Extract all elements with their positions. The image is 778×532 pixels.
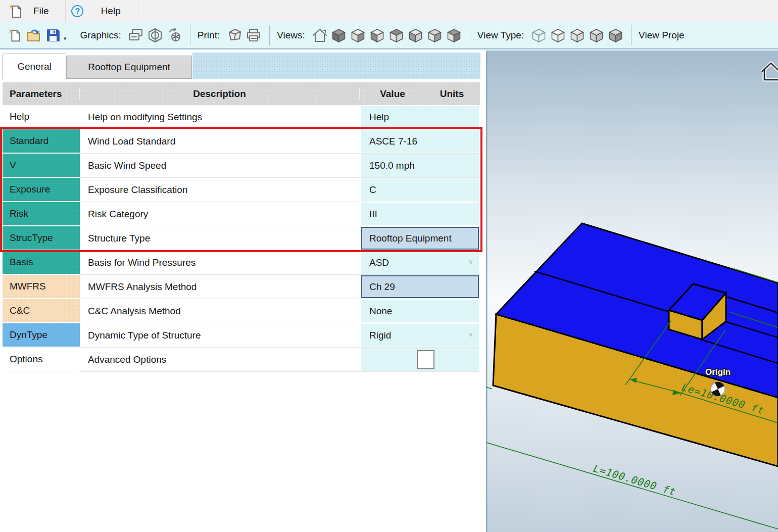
value-cell-wrap: Help — [360, 105, 480, 129]
value-cell[interactable]: ASD — [361, 251, 479, 274]
origin-label: Origin — [705, 367, 731, 377]
value-cell[interactable]: Rigid — [361, 324, 479, 347]
param-cell-c-c: C&C — [3, 299, 80, 323]
toolbar-separator — [73, 25, 73, 45]
open-file-icon[interactable] — [24, 25, 43, 45]
table-row: StandardWind Load StandardASCE 7-16 — [3, 129, 480, 154]
description-cell: Basis for Wind Pressures — [80, 251, 360, 275]
value-cell-wrap: None — [360, 299, 480, 323]
views-cube-group — [329, 25, 464, 45]
param-cell-options: Options — [3, 348, 80, 372]
view-cube-backleft-icon[interactable] — [406, 25, 425, 45]
view-type-cube-group — [529, 25, 625, 45]
view-cube-solid-icon[interactable] — [329, 25, 349, 45]
param-cell-basis: Basis — [3, 251, 80, 275]
menu-help[interactable]: Help — [98, 6, 124, 17]
view-type-cube-medium-icon[interactable] — [587, 25, 606, 45]
toolbar-separator — [269, 25, 270, 45]
table-body: HelpHelp on modifying SettingsHelpStanda… — [3, 105, 480, 372]
advanced-options-checkbox[interactable] — [417, 350, 434, 369]
viewport-border — [486, 51, 488, 532]
orbit-rotate-icon[interactable] — [165, 25, 184, 45]
help-icon[interactable]: ? — [68, 1, 87, 21]
param-cell-risk: Risk — [3, 202, 80, 226]
description-cell: Dynamic Type of Structure — [80, 323, 360, 348]
value-cell[interactable]: Rooftop Equipment — [361, 227, 479, 250]
menu-file[interactable]: File — [30, 6, 52, 17]
param-cell-dyntype: DynType — [3, 323, 80, 348]
value-cell-wrap: C — [360, 178, 480, 202]
view-type-cube-wire-icon[interactable] — [529, 25, 548, 45]
header-description: Description — [80, 88, 360, 100]
value-cell[interactable]: III — [361, 203, 479, 225]
table-row: VBasic Wind Speed150.0 mph — [3, 154, 480, 178]
table-row: ExposureExposure ClassificationC — [3, 178, 480, 202]
value-cell-wrap: Rooftop Equipment — [360, 226, 480, 251]
view-cube-half-icon[interactable] — [445, 25, 464, 45]
tab-general[interactable]: General — [3, 54, 66, 79]
toolbar-separator — [631, 25, 631, 45]
value-cell-wrap: ASCE 7-16 — [360, 129, 480, 154]
param-cell-mwfrs: MWFRS — [3, 275, 80, 299]
view-type-label: View Type: — [477, 30, 524, 41]
parameter-table: Parameters Description Value Units HelpH… — [3, 82, 480, 372]
param-cell-structype: StrucType — [3, 226, 80, 251]
table-row: HelpHelp on modifying SettingsHelp — [3, 105, 480, 129]
value-cell-wrap: 150.0 mph — [360, 154, 480, 178]
menu-bar: ✳ File ? Help — [0, 0, 778, 22]
param-cell-help: Help — [3, 105, 80, 129]
view-projection-label: View Proje — [639, 30, 684, 41]
table-row: StrucTypeStructure TypeRooftop Equipment — [3, 226, 480, 251]
description-cell: C&C Analysis Method — [80, 299, 360, 323]
value-cell-wrap: ASD — [360, 251, 480, 275]
table-row: C&CC&C Analysis MethodNone — [3, 299, 480, 323]
header-parameters: Parameters — [3, 88, 80, 100]
value-cell[interactable]: ASCE 7-16 — [361, 130, 479, 153]
svg-text:✳: ✳ — [8, 28, 13, 35]
view-cube-frontright-icon[interactable] — [425, 25, 445, 45]
print-label: Print: — [198, 30, 220, 41]
description-cell: Structure Type — [80, 226, 360, 251]
value-cell[interactable]: 150.0 mph — [361, 154, 479, 177]
param-cell-exposure: Exposure — [3, 178, 80, 202]
print-preview-icon[interactable] — [225, 25, 244, 45]
printer-icon[interactable] — [244, 25, 263, 45]
description-cell: Help on modifying Settings — [80, 105, 360, 129]
graphics-label: Graphics: — [80, 30, 121, 41]
table-row: RiskRisk CategoryIII — [3, 202, 480, 226]
render-3d-icon[interactable] — [145, 25, 165, 45]
description-cell: MWFRS Analysis Method — [80, 275, 360, 299]
value-cell[interactable]: Help — [361, 106, 479, 128]
description-cell: Advanced Options — [80, 348, 360, 372]
table-header-row: Parameters Description Value Units — [3, 82, 480, 105]
view-cube-right-icon[interactable] — [349, 25, 368, 45]
table-row: DynTypeDynamic Type of StructureRigid — [3, 323, 480, 348]
view-cube-top-icon[interactable] — [387, 25, 406, 45]
param-cell-v: V — [3, 154, 80, 178]
view-type-cube-white-icon[interactable] — [548, 25, 567, 45]
value-cell[interactable]: None — [361, 300, 479, 322]
table-row: BasisBasis for Wind PressuresASD — [3, 251, 480, 275]
value-cell[interactable]: Ch 29 — [361, 275, 479, 298]
description-cell: Exposure Classification — [80, 178, 360, 202]
display-settings-icon[interactable] — [126, 25, 145, 45]
view-type-cube-light-icon[interactable] — [567, 25, 587, 45]
value-cell[interactable] — [361, 348, 479, 371]
toolbar-overflow-caret[interactable]: ▾ — [64, 35, 67, 42]
view-type-cube-dark-icon[interactable] — [606, 25, 625, 45]
home-view-icon[interactable] — [310, 25, 329, 45]
view-cube-left-icon[interactable] — [368, 25, 387, 45]
svg-text:✳: ✳ — [9, 3, 14, 11]
menu-separator — [138, 0, 138, 22]
app-window: ✳ File ? Help ✳ — [0, 0, 778, 532]
new-file-icon[interactable]: ✳ — [6, 1, 25, 21]
viewport-border-top — [486, 51, 778, 52]
new-file-icon[interactable]: ✳ — [5, 25, 24, 45]
menu-separator — [65, 0, 66, 22]
model-viewport[interactable]: Le=10.0000 ft L=100.0000 ft Origin — [486, 51, 778, 532]
tab-rooftop-equipment[interactable]: Rooftop Equipment — [66, 56, 192, 79]
tab-strip-background — [192, 53, 480, 79]
save-icon[interactable] — [43, 25, 63, 45]
value-cell[interactable]: C — [361, 178, 479, 201]
header-units: Units — [425, 88, 479, 100]
